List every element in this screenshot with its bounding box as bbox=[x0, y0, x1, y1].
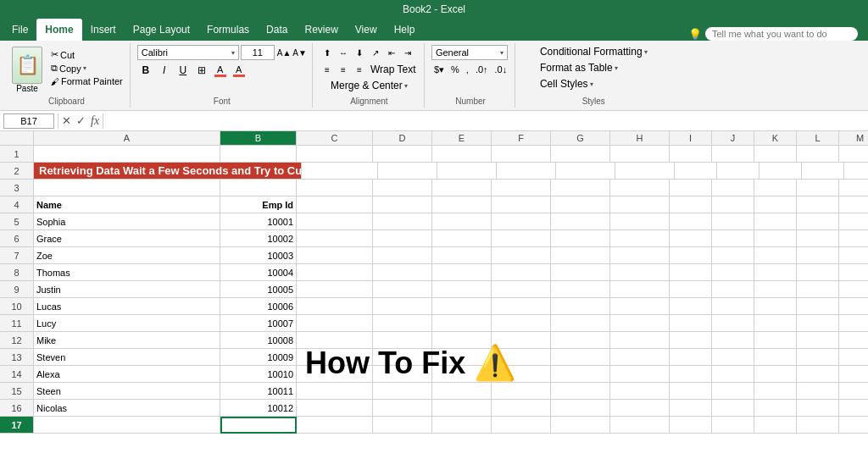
cell-17-G[interactable] bbox=[551, 417, 610, 434]
number-format-selector[interactable]: General ▾ bbox=[431, 45, 508, 60]
cell-8-E[interactable] bbox=[432, 264, 492, 281]
align-bottom-button[interactable]: ⬇ bbox=[352, 45, 367, 60]
cell-9-J[interactable] bbox=[712, 281, 754, 298]
tab-insert[interactable]: Insert bbox=[82, 19, 125, 41]
cell-12-C[interactable] bbox=[297, 332, 373, 349]
cell-4-I[interactable] bbox=[670, 196, 712, 213]
cell-16-L[interactable] bbox=[797, 400, 839, 417]
cell-7-L[interactable] bbox=[797, 247, 839, 264]
cell-6-L[interactable] bbox=[797, 230, 839, 247]
indent-increase-button[interactable]: ⇥ bbox=[400, 45, 415, 60]
cell-4-L[interactable] bbox=[797, 196, 839, 213]
cell-10-G[interactable] bbox=[551, 298, 610, 315]
cell-17-H[interactable] bbox=[610, 417, 670, 434]
cell-9-M[interactable] bbox=[839, 281, 868, 298]
cell-2-F[interactable] bbox=[497, 163, 556, 180]
cell-15-K[interactable] bbox=[754, 383, 797, 400]
cell-14-M[interactable] bbox=[839, 366, 868, 383]
cell-7-I[interactable] bbox=[670, 247, 712, 264]
cell-12-A[interactable]: Mike bbox=[34, 332, 220, 349]
cell-9-K[interactable] bbox=[754, 281, 797, 298]
cell-16-B[interactable]: 10012 bbox=[220, 400, 297, 417]
row-num-16[interactable]: 16 bbox=[0, 400, 33, 417]
underline-button[interactable]: U bbox=[175, 62, 192, 79]
cell-2-M[interactable] bbox=[844, 163, 868, 180]
row-num-1[interactable]: 1 bbox=[0, 146, 33, 163]
cell-7-D[interactable] bbox=[373, 247, 432, 264]
cell-4-C[interactable] bbox=[297, 196, 373, 213]
cell-8-F[interactable] bbox=[492, 264, 551, 281]
cell-12-J[interactable] bbox=[712, 332, 754, 349]
confirm-formula-icon[interactable]: ✓ bbox=[76, 114, 86, 127]
cell-3-F[interactable] bbox=[492, 180, 551, 196]
cell-15-L[interactable] bbox=[797, 383, 839, 400]
tab-formulas[interactable]: Formulas bbox=[198, 19, 258, 41]
search-input[interactable] bbox=[705, 27, 858, 41]
cell-14-L[interactable] bbox=[797, 366, 839, 383]
cell-3-I[interactable] bbox=[670, 180, 712, 196]
cell-11-D[interactable] bbox=[373, 315, 432, 332]
cell-3-J[interactable] bbox=[712, 180, 754, 196]
cell-16-E[interactable] bbox=[432, 400, 492, 417]
cell-3-E[interactable] bbox=[432, 180, 492, 196]
col-header-g[interactable]: G bbox=[551, 131, 610, 145]
row-num-8[interactable]: 8 bbox=[0, 264, 33, 281]
tab-data[interactable]: Data bbox=[258, 19, 296, 41]
cell-10-I[interactable] bbox=[670, 298, 712, 315]
format-painter-button[interactable]: Format Painter bbox=[49, 75, 125, 87]
cell-17-I[interactable] bbox=[670, 417, 712, 434]
cell-8-A[interactable]: Thomas bbox=[34, 264, 220, 281]
cell-8-J[interactable] bbox=[712, 264, 754, 281]
cancel-formula-icon[interactable]: ✕ bbox=[62, 114, 71, 127]
cell-2-K[interactable] bbox=[760, 163, 802, 180]
cell-14-K[interactable] bbox=[754, 366, 797, 383]
cell-14-A[interactable]: Alexa bbox=[34, 366, 220, 383]
cell-11-K[interactable] bbox=[754, 315, 797, 332]
row-num-17[interactable]: 17 bbox=[0, 417, 33, 434]
cell-11-F[interactable] bbox=[492, 315, 551, 332]
cell-3-K[interactable] bbox=[754, 180, 797, 196]
cell-13-A[interactable]: Steven bbox=[34, 349, 220, 366]
cell-12-K[interactable] bbox=[754, 332, 797, 349]
formula-input[interactable] bbox=[107, 113, 865, 129]
cell-10-K[interactable] bbox=[754, 298, 797, 315]
cell-7-M[interactable] bbox=[839, 247, 868, 264]
copy-button[interactable]: Copy ▾ bbox=[49, 62, 125, 75]
cell-13-C[interactable] bbox=[297, 349, 373, 366]
cut-button[interactable]: Cut bbox=[49, 48, 125, 61]
fill-color-button[interactable]: A bbox=[212, 62, 229, 79]
cell-12-H[interactable] bbox=[610, 332, 670, 349]
cell-14-C[interactable] bbox=[297, 366, 373, 383]
border-button[interactable]: ⊞ bbox=[193, 62, 210, 79]
cell-17-E[interactable] bbox=[432, 417, 492, 434]
row-num-13[interactable]: 13 bbox=[0, 349, 33, 366]
comma-button[interactable]: , bbox=[464, 63, 471, 77]
cell-9-E[interactable] bbox=[432, 281, 492, 298]
cell-5-G[interactable] bbox=[551, 213, 610, 230]
cell-3-D[interactable] bbox=[373, 180, 432, 196]
font-grow-button[interactable]: A▲ bbox=[277, 48, 292, 58]
cell-6-I[interactable] bbox=[670, 230, 712, 247]
cell-8-H[interactable] bbox=[610, 264, 670, 281]
col-header-c[interactable]: C bbox=[297, 131, 373, 145]
cell-5-A[interactable]: Sophia bbox=[34, 213, 220, 230]
row-num-9[interactable]: 9 bbox=[0, 281, 33, 298]
row-num-3[interactable]: 3 bbox=[0, 180, 33, 196]
cell-15-H[interactable] bbox=[610, 383, 670, 400]
cell-reference-box[interactable]: B17 bbox=[3, 113, 54, 129]
cell-7-B[interactable]: 10003 bbox=[220, 247, 297, 264]
row-num-5[interactable]: 5 bbox=[0, 213, 33, 230]
cell-7-G[interactable] bbox=[551, 247, 610, 264]
cell-13-J[interactable] bbox=[712, 349, 754, 366]
insert-function-icon[interactable]: fx bbox=[91, 114, 99, 128]
cell-8-M[interactable] bbox=[839, 264, 868, 281]
cell-6-A[interactable]: Grace bbox=[34, 230, 220, 247]
cell-7-J[interactable] bbox=[712, 247, 754, 264]
col-header-m[interactable]: M bbox=[839, 131, 868, 145]
align-left-button[interactable]: ≡ bbox=[320, 62, 335, 77]
cell-17-L[interactable] bbox=[797, 417, 839, 434]
cell-10-M[interactable] bbox=[839, 298, 868, 315]
cell-11-E[interactable] bbox=[432, 315, 492, 332]
cell-16-G[interactable] bbox=[551, 400, 610, 417]
cell-6-M[interactable] bbox=[839, 230, 868, 247]
